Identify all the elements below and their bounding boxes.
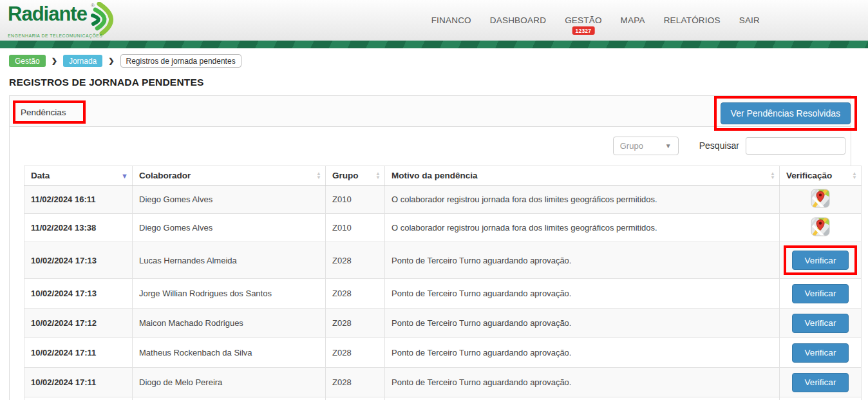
cell-verificacao: Verificar [780,309,862,338]
sort-desc-icon: ▼ [121,172,128,179]
brand-logo[interactable]: Radiante ® ENGENHARIA DE TELECOMUNICAÇÕE… [8,3,102,38]
cell-colaborador: Maicon Machado Rodrigues [133,309,326,338]
cell-verificacao: Verificar [780,338,862,368]
column-header-4[interactable]: Verificação▲▼ [780,166,862,186]
annotation-box-pendencias: Pendências [13,100,86,124]
breadcrumb-jornada[interactable]: Jornada [63,55,102,67]
verify-button[interactable]: Verificar [792,284,849,303]
pending-records-table: Data▼Colaborador▲▼Grupo▲▼Motivo da pendê… [24,166,862,400]
nav-item-mapa[interactable]: MAPA [621,15,645,25]
table-row: 10/02/2024 17:12Maicon Machado Rodrigues… [24,309,862,338]
cell-grupo: Z028 [326,242,385,279]
column-label: Motivo da pendência [392,171,478,180]
page: Radiante ® ENGENHARIA DE TELECOMUNICAÇÕE… [0,0,868,400]
cell-colaborador: Jorge Willian Rodrigues dos Santos [133,279,326,309]
cell-motivo: Ponto de Terceiro Turno aguardando aprov… [385,242,780,279]
cell-grupo: Z010 [326,214,385,242]
cell-verificacao: Verificar [780,279,862,309]
caret-down-icon: ▼ [665,142,672,149]
sort-both-icon: ▲▼ [375,172,381,180]
map-location-button[interactable] [811,217,830,236]
cell-verificacao: Verificar [780,242,862,279]
page-title: REGISTROS DE JORNADA PENDENTES [9,77,868,88]
verify-button[interactable]: Verificar [792,314,849,333]
verify-button[interactable]: Verificar [792,343,849,363]
cell-motivo: O colaborador registrou jornada fora dos… [385,214,780,242]
cell-date: 10/02/2024 17:13 [24,242,133,279]
cell-motivo: Ponto de Terceiro Turno aguardando aprov… [385,309,780,338]
sort-both-icon: ▲▼ [852,172,857,180]
panel-body: Grupo ▼ Pesquisar Data▼Colaborador▲▼Grup… [10,127,851,400]
cell-grupo: Z028 [326,338,385,368]
nav-item-gestao[interactable]: GESTÃO12327 [565,15,601,25]
annotation-box-resolvidas: Ver Pendências Resolvidas [714,96,857,131]
chevron-right-icon: ❯ [52,57,57,65]
column-header-1[interactable]: Colaborador▲▼ [133,166,326,186]
column-label: Verificação [786,171,832,180]
table-row: 10/02/2024 17:13Lucas Hernandes AlmeidaZ… [24,242,862,279]
table-controls: Grupo ▼ Pesquisar [15,136,845,155]
nav-item-dashboard[interactable]: DASHBOARD [490,15,546,25]
pendencias-panel: Pendências Ver Pendências Resolvidas Gru… [9,95,851,400]
cell-date: 10/02/2024 17:13 [24,279,133,309]
tab-pendencias[interactable]: Pendências [21,108,66,117]
column-label: Grupo [332,171,359,180]
nav-item-sair[interactable]: SAIR [739,15,760,25]
cell-grupo: Z013 [326,397,385,400]
search-label: Pesquisar [699,140,739,151]
cell-colaborador: Matheus Rockenbach da Silva [133,338,326,368]
cell-verificacao: Verificar [780,368,862,397]
table-row: 11/02/2024 13:38Diego Gomes AlvesZ010O c… [24,214,862,242]
table-row: 10/02/2024 17:11Matheus Rockenbach da Si… [24,338,862,368]
nav-item-relatorios[interactable]: RELATÓRIOS [664,15,721,25]
verify-button[interactable]: Verificar [792,251,849,270]
cell-motivo: Ponto de Terceiro Turno aguardando aprov… [385,368,780,397]
green-stripe-bar [0,41,868,48]
cell-colaborador: Diego Gomes Alves [133,214,326,242]
cell-colaborador: Tiago Rodrigues Rezende [133,397,326,400]
cell-verificacao: Verificar [780,397,862,400]
breadcrumb-gestao[interactable]: Gestão [9,55,46,67]
cell-verificacao [780,186,862,214]
cell-date: 11/02/2024 16:11 [24,186,133,214]
cell-colaborador: Diego Gomes Alves [133,186,326,214]
map-icon [811,217,830,236]
cell-verificacao [780,214,862,242]
table-row: 10/02/2024 17:11Diogo de Melo PereiraZ02… [24,368,862,397]
cell-grupo: Z028 [326,368,385,397]
panel-header: Pendências Ver Pendências Resolvidas [10,96,851,127]
notification-badge: 12327 [572,26,595,35]
search-input[interactable] [746,137,845,155]
breadcrumb-current: Registros de jornada pendentes [120,54,241,68]
map-icon [811,189,830,208]
column-header-2[interactable]: Grupo▲▼ [326,166,385,186]
cell-motivo: Ponto de Terceiro Turno aguardando aprov… [385,338,780,368]
column-header-0[interactable]: Data▼ [24,166,133,186]
main-nav: FINANCODASHBOARDGESTÃO12327MAPARELATÓRIO… [431,15,760,25]
column-header-3[interactable]: Motivo da pendência▲▼ [385,166,780,186]
cell-date: 10/02/2024 17:11 [24,338,133,368]
cell-motivo: Ponto de Terceiro Turno aguardando aprov… [385,279,780,309]
column-label: Data [31,171,50,180]
cell-motivo: O colaborador registrou jornada fora dos… [385,186,780,214]
cell-colaborador: Diogo de Melo Pereira [133,368,326,397]
cell-colaborador: Lucas Hernandes Almeida [133,242,326,279]
column-label: Colaborador [139,171,191,180]
cell-date: 10/02/2024 16:50 [24,397,133,400]
sort-both-icon: ▲▼ [316,172,321,180]
table-row: 10/02/2024 16:50Tiago Rodrigues RezendeZ… [24,397,862,400]
cell-date: 10/02/2024 17:11 [24,368,133,397]
nav-item-financo[interactable]: FINANCO [431,15,471,25]
app-header: Radiante ® ENGENHARIA DE TELECOMUNICAÇÕE… [0,0,868,41]
ver-pendencias-resolvidas-button[interactable]: Ver Pendências Resolvidas [721,102,851,124]
group-filter-value: Grupo [620,141,643,151]
map-location-button[interactable] [811,189,830,208]
cell-date: 11/02/2024 13:38 [24,214,133,242]
group-filter-select[interactable]: Grupo ▼ [613,137,679,155]
chevron-right-icon: ❯ [108,57,114,65]
table-row: 11/02/2024 16:11Diego Gomes AlvesZ010O c… [24,186,862,214]
verify-button[interactable]: Verificar [792,373,849,392]
table-row: 10/02/2024 17:13Jorge Willian Rodrigues … [24,279,862,309]
cell-motivo: Ponto de Terceiro Turno aguardando aprov… [385,397,780,400]
sort-both-icon: ▲▼ [770,172,775,180]
